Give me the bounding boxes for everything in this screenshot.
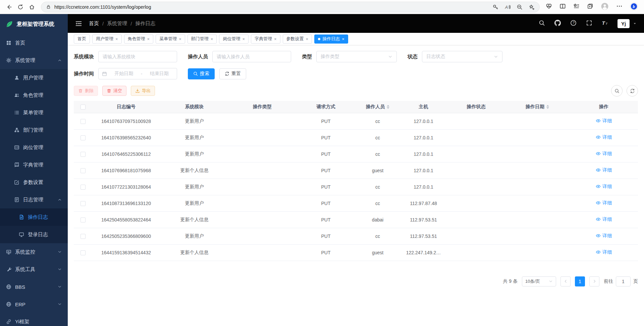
row-checkbox[interactable]: [80, 152, 86, 157]
end-date-placeholder[interactable]: 结束日期: [145, 71, 173, 77]
sidebar-item-param-settings[interactable]: 参数设置: [0, 174, 68, 191]
tab-menu-mgmt[interactable]: 菜单管理×: [156, 35, 185, 44]
detail-link[interactable]: 详细: [596, 118, 612, 124]
sidebar-item-post-mgmt[interactable]: 岗位管理: [0, 139, 68, 156]
close-icon[interactable]: ×: [211, 37, 213, 41]
close-icon[interactable]: ×: [242, 37, 245, 41]
sort-caret-icon[interactable]: [546, 105, 549, 109]
tab-dict-mgmt[interactable]: 字典管理×: [251, 35, 280, 44]
user-avatar-logo[interactable]: Yj: [618, 19, 630, 28]
tab-post-mgmt[interactable]: 岗位管理×: [219, 35, 249, 44]
delete-button[interactable]: 删除: [74, 86, 98, 96]
close-icon[interactable]: ×: [179, 37, 181, 41]
split-screen-button[interactable]: [559, 3, 566, 11]
row-checkbox[interactable]: [80, 201, 86, 206]
row-checkbox[interactable]: [80, 185, 86, 190]
close-icon[interactable]: ×: [306, 37, 309, 41]
detail-link[interactable]: 详细: [596, 134, 612, 140]
breadcrumb-system-mgmt[interactable]: 系统管理: [107, 20, 127, 27]
sidebar-item-user-mgmt[interactable]: 用户管理: [0, 69, 68, 86]
github-button[interactable]: [554, 20, 561, 27]
sidebar-item-system-mgmt[interactable]: 系统管理: [0, 52, 68, 69]
tab-role-mgmt[interactable]: 角色管理×: [124, 35, 154, 44]
browser-essentials-button[interactable]: [546, 3, 552, 11]
sidebar-item-dict-mgmt[interactable]: 字典管理: [0, 156, 68, 174]
zoom-out-button[interactable]: [517, 4, 523, 10]
goto-page-input[interactable]: [616, 276, 631, 286]
tab-param-settings[interactable]: 参数设置×: [283, 35, 312, 44]
row-checkbox[interactable]: [80, 168, 86, 173]
favorites-button[interactable]: [573, 3, 580, 11]
detail-link[interactable]: 详细: [596, 249, 612, 255]
page-size-select[interactable]: 10条/页: [522, 276, 556, 286]
sidebar-item-menu-mgmt[interactable]: 菜单管理: [0, 104, 68, 121]
detail-link[interactable]: 详细: [596, 200, 612, 206]
sidebar-item-system-tools[interactable]: 系统工具: [0, 261, 68, 278]
page-number-current[interactable]: 1: [575, 276, 585, 286]
breadcrumb-home[interactable]: 首页: [89, 20, 99, 27]
row-checkbox[interactable]: [80, 119, 86, 124]
detail-link[interactable]: 详细: [596, 151, 612, 157]
col-header-date-sortable[interactable]: 操作日期: [505, 101, 570, 113]
row-checkbox[interactable]: [80, 250, 86, 255]
home-button[interactable]: [26, 1, 38, 13]
row-checkbox[interactable]: [80, 234, 86, 239]
reload-button[interactable]: [15, 1, 26, 13]
back-button[interactable]: [3, 1, 15, 13]
url-text[interactable]: https://ccnetcore.com:1101/system/log/op…: [54, 4, 486, 10]
prev-page-button[interactable]: [560, 276, 571, 286]
sidebar-item-system-monitor[interactable]: 系统监控: [0, 243, 68, 261]
sidebar-item-erp[interactable]: ERP: [0, 296, 68, 313]
add-favorite-button[interactable]: [529, 4, 535, 10]
close-icon[interactable]: ×: [147, 37, 150, 41]
help-button[interactable]: ?: [570, 20, 577, 27]
sidebar-item-bbs[interactable]: BBS: [0, 278, 68, 296]
sidebar-item-home[interactable]: 首页: [0, 34, 68, 52]
close-icon[interactable]: ×: [274, 37, 277, 41]
sidebar-item-login-log[interactable]: 登录日志: [0, 226, 68, 243]
tab-oper-log-active[interactable]: 操作日志×: [314, 35, 348, 44]
caret-down-icon[interactable]: [633, 22, 637, 25]
start-date-placeholder[interactable]: 开始日期: [110, 71, 138, 77]
profile-avatar[interactable]: [601, 2, 609, 12]
row-checkbox[interactable]: [80, 217, 86, 222]
clear-button[interactable]: 清空: [102, 86, 126, 96]
browser-menu-button[interactable]: [616, 3, 623, 11]
module-input[interactable]: [98, 51, 177, 62]
tab-user-mgmt[interactable]: 用户管理×: [92, 35, 122, 44]
read-aloud-button[interactable]: A: [504, 4, 511, 10]
collapse-sidebar-button[interactable]: [75, 20, 82, 27]
close-icon[interactable]: ×: [342, 37, 344, 41]
sidebar-item-yi-framework[interactable]: Yi框架: [0, 313, 68, 326]
close-icon[interactable]: ×: [115, 37, 118, 41]
export-button[interactable]: 导出: [131, 86, 155, 96]
search-button[interactable]: 搜索: [188, 68, 215, 79]
sidebar-item-oper-log[interactable]: 操作日志: [0, 208, 68, 226]
password-key-button[interactable]: [492, 4, 498, 10]
sidebar-item-role-mgmt[interactable]: 角色管理: [0, 86, 68, 104]
sidebar-item-dept-mgmt[interactable]: 部门管理: [0, 121, 68, 139]
select-all-checkbox[interactable]: [80, 105, 86, 110]
address-bar[interactable]: https://ccnetcore.com:1101/system/log/op…: [41, 2, 540, 12]
app-logo[interactable]: 意框架管理系统: [0, 14, 68, 34]
fullscreen-button[interactable]: [586, 20, 592, 27]
detail-link[interactable]: 详细: [596, 184, 612, 190]
detail-link[interactable]: 详细: [596, 216, 612, 222]
tab-dept-mgmt[interactable]: 部门管理×: [187, 35, 217, 44]
date-range-picker[interactable]: 开始日期 - 结束日期: [98, 68, 177, 79]
bing-copilot-button[interactable]: b: [630, 2, 638, 12]
detail-link[interactable]: 详细: [596, 233, 612, 239]
operator-input[interactable]: [212, 51, 291, 62]
status-select[interactable]: 日志状态: [422, 51, 502, 62]
next-page-button[interactable]: [589, 276, 599, 286]
sort-caret-icon[interactable]: [387, 105, 389, 109]
font-size-button[interactable]: TT: [602, 20, 608, 27]
type-select[interactable]: 操作类型: [316, 51, 397, 62]
tab-home[interactable]: 首页: [74, 35, 90, 44]
header-search-button[interactable]: [539, 20, 545, 27]
detail-link[interactable]: 详细: [596, 167, 612, 173]
refresh-table-button[interactable]: [627, 85, 638, 96]
sidebar-item-log-mgmt[interactable]: 日志管理: [0, 191, 68, 208]
row-checkbox[interactable]: [80, 135, 86, 140]
show-search-button[interactable]: [611, 85, 623, 96]
